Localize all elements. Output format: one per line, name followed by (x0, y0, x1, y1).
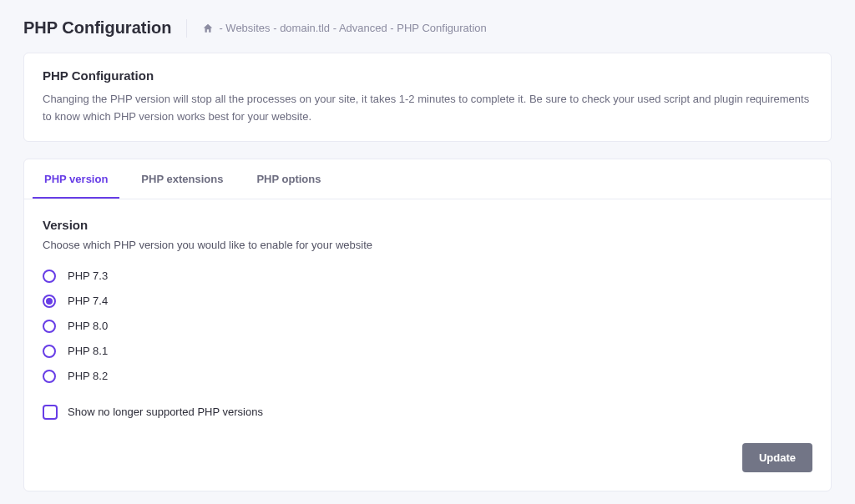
tabs: PHP version PHP extensions PHP options (24, 159, 831, 199)
tab-card: PHP version PHP extensions PHP options V… (23, 159, 832, 491)
version-section-subtitle: Choose which PHP version you would like … (43, 239, 812, 251)
info-card-text: Changing the PHP version will stop all t… (43, 91, 812, 126)
version-option[interactable]: PHP 8.1 (43, 345, 812, 358)
radio-icon (43, 295, 56, 308)
tab-php-extensions[interactable]: PHP extensions (129, 159, 235, 199)
radio-icon (43, 320, 56, 333)
show-unsupported-label: Show no longer supported PHP versions (68, 406, 263, 418)
page-header: PHP Configuration - Websites - domain.tl… (23, 18, 832, 38)
radio-icon (43, 270, 56, 283)
version-option-label: PHP 8.0 (68, 320, 108, 332)
version-option[interactable]: PHP 8.0 (43, 320, 812, 333)
info-card: PHP Configuration Changing the PHP versi… (23, 53, 832, 142)
show-unsupported-checkbox-row[interactable]: Show no longer supported PHP versions (43, 405, 812, 420)
page-title: PHP Configuration (23, 18, 171, 38)
breadcrumb[interactable]: - Websites - domain.tld - Advanced - PHP… (202, 22, 486, 34)
version-option-label: PHP 7.4 (68, 295, 108, 307)
header-divider (186, 19, 187, 38)
version-section-title: Version (43, 218, 812, 232)
version-radio-list: PHP 7.3 PHP 7.4 PHP 8.0 PHP 8.1 PHP 8.2 (43, 270, 812, 383)
tab-php-version[interactable]: PHP version (33, 159, 119, 199)
update-button[interactable]: Update (742, 443, 812, 472)
radio-icon (43, 345, 56, 358)
version-option-label: PHP 7.3 (68, 270, 108, 282)
radio-icon (43, 370, 56, 383)
breadcrumb-text: - Websites - domain.tld - Advanced - PHP… (219, 22, 486, 34)
footer-actions: Update (43, 443, 812, 472)
version-option[interactable]: PHP 7.3 (43, 270, 812, 283)
tab-php-options[interactable]: PHP options (245, 159, 332, 199)
home-icon[interactable] (202, 23, 214, 34)
version-option-label: PHP 8.1 (68, 345, 108, 357)
version-option[interactable]: PHP 7.4 (43, 295, 812, 308)
version-option[interactable]: PHP 8.2 (43, 370, 812, 383)
tab-body: Version Choose which PHP version you wou… (24, 199, 831, 491)
info-card-title: PHP Configuration (43, 68, 812, 83)
version-option-label: PHP 8.2 (68, 370, 108, 382)
checkbox-icon (43, 405, 58, 420)
